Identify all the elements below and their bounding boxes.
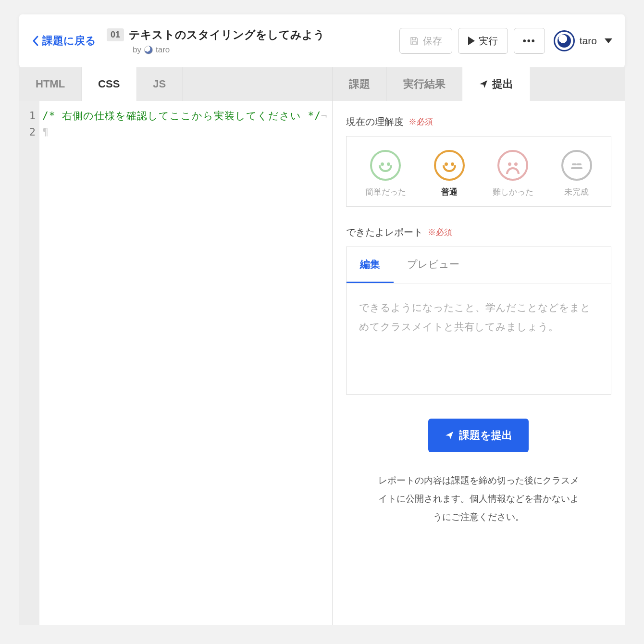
ellipsis-icon: ••• [523, 36, 536, 47]
line-gutter: 1 2 [19, 101, 39, 625]
user-name: taro [580, 35, 597, 47]
play-icon [468, 37, 475, 45]
save-button[interactable]: 保存 [399, 28, 452, 54]
paper-plane-icon [445, 431, 454, 440]
save-label: 保存 [423, 35, 442, 48]
report-section-label: できたよレポート ※必須 [346, 226, 611, 239]
back-label: 課題に戻る [42, 34, 96, 48]
report-box: 編集 プレビュー できるようになったこと、学んだことなどをまとめてクラスメイトと… [346, 247, 611, 395]
page-title: テキストのスタイリングをしてみよう [129, 27, 325, 42]
user-avatar-icon [554, 30, 575, 51]
pilcrow-icon: ¶ [42, 126, 49, 138]
chevron-left-icon [32, 35, 39, 47]
user-menu[interactable]: taro [554, 30, 612, 51]
face-neutral-icon [434, 150, 465, 181]
info-pane: 課題 実行結果 提出 現在の理解度 ※必須 簡単だった 普通 [332, 67, 625, 625]
submit-label: 課題を提出 [459, 428, 512, 443]
rating-box: 簡単だった 普通 難しかった 未完成 [346, 136, 611, 207]
more-button[interactable]: ••• [514, 28, 545, 54]
report-tab-edit[interactable]: 編集 [347, 247, 394, 283]
rating-title: 現在の理解度 [346, 115, 404, 128]
rating-label: 普通 [441, 186, 458, 198]
paper-plane-icon [479, 79, 488, 89]
submit-panel: 現在の理解度 ※必須 簡単だった 普通 難しかった 未完成 [333, 101, 625, 625]
by-prefix: by [133, 45, 141, 55]
code-line: /* 右側の仕様を確認してここから実装してください */ [42, 110, 321, 122]
run-button[interactable]: 実行 [458, 28, 508, 54]
report-tab-preview[interactable]: プレビュー [394, 247, 473, 283]
rating-label: 簡単だった [365, 186, 406, 198]
run-label: 実行 [479, 35, 498, 48]
back-link[interactable]: 課題に戻る [32, 34, 96, 48]
report-textarea[interactable]: できるようになったこと、学んだことなどをまとめてクラスメイトと共有してみましょう… [347, 284, 611, 394]
author-name: taro [156, 45, 170, 55]
rating-hard[interactable]: 難しかった [493, 150, 533, 198]
face-sad-icon [497, 150, 528, 181]
author-avatar-icon [144, 46, 153, 54]
face-blank-icon [561, 150, 592, 181]
tab-submit[interactable]: 提出 [462, 67, 530, 101]
report-tabs: 編集 プレビュー [347, 247, 611, 284]
required-mark: ※必須 [409, 116, 433, 127]
report-title: できたよレポート [346, 226, 423, 239]
tab-task[interactable]: 課題 [333, 67, 387, 101]
report-placeholder: できるようになったこと、学んだことなどをまとめてクラスメイトと共有してみましょう… [359, 298, 598, 336]
editor-tabs: HTML CSS JS [19, 67, 332, 101]
rating-easy[interactable]: 簡単だった [365, 150, 406, 198]
code-area[interactable]: /* 右側の仕様を確認してここから実装してください */¬ ¶ [39, 101, 332, 625]
tab-js[interactable]: JS [136, 67, 183, 101]
line-end-marker: ¬ [321, 110, 327, 122]
rating-normal[interactable]: 普通 [434, 150, 465, 198]
rating-incomplete[interactable]: 未完成 [561, 150, 592, 198]
rating-section-label: 現在の理解度 ※必須 [346, 115, 611, 128]
lesson-number-badge: 01 [107, 28, 124, 41]
tab-css[interactable]: CSS [82, 67, 136, 101]
rating-label: 未完成 [564, 186, 589, 198]
editor-pane: HTML CSS JS 1 2 /* 右側の仕様を確認してここから実装してくださ… [19, 67, 332, 625]
right-tabs: 課題 実行結果 提出 [333, 67, 625, 101]
line-number: 2 [19, 124, 36, 140]
face-happy-icon [370, 150, 401, 181]
code-editor[interactable]: 1 2 /* 右側の仕様を確認してここから実装してください */¬ ¶ [19, 101, 332, 625]
workspace: HTML CSS JS 1 2 /* 右側の仕様を確認してここから実装してくださ… [19, 67, 625, 625]
save-icon [409, 36, 419, 46]
tab-html[interactable]: HTML [19, 67, 82, 101]
byline: by taro [133, 45, 325, 55]
rating-label: 難しかった [493, 186, 533, 198]
chevron-down-icon [605, 38, 612, 43]
submit-notice: レポートの内容は課題を締め切った後にクラスメイトに公開されます。個人情報などを書… [346, 467, 611, 541]
tab-submit-label: 提出 [492, 77, 513, 91]
line-number: 1 [19, 108, 36, 124]
tab-result[interactable]: 実行結果 [387, 67, 462, 101]
app-header: 課題に戻る 01 テキストのスタイリングをしてみよう by taro 保存 実行… [19, 14, 625, 67]
title-block: 01 テキストのスタイリングをしてみよう by taro [107, 27, 325, 55]
submit-button[interactable]: 課題を提出 [428, 419, 529, 452]
required-mark: ※必須 [428, 227, 452, 238]
